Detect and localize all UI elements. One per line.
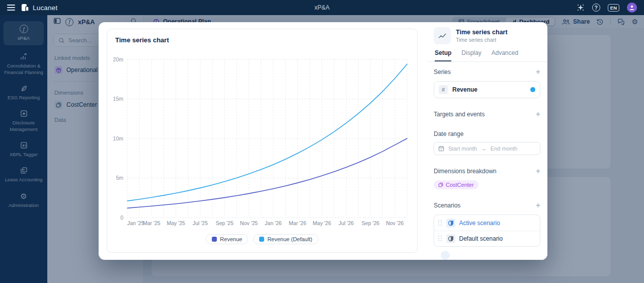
language-badge[interactable]: EN: [608, 4, 619, 12]
inspector-subtitle: Time series chart: [456, 37, 508, 43]
chart-legend: RevenueRevenue (Default): [107, 234, 417, 244]
scenarios-list: Active scenario Default scenario: [434, 215, 540, 247]
inspector-panel: Time series chart Time series chart Setu…: [427, 22, 547, 260]
help-icon[interactable]: ?: [592, 4, 600, 12]
tab-advanced[interactable]: Advanced: [492, 49, 518, 61]
brand: Lucanet: [21, 4, 57, 12]
scenario-row-default[interactable]: Default scenario: [434, 231, 540, 246]
date-range-label: Date range: [434, 130, 540, 137]
legend-item[interactable]: Revenue (Default): [253, 234, 318, 244]
brand-name: Lucanet: [33, 4, 57, 12]
avatar[interactable]: [627, 3, 637, 13]
dimension-chip-costcenter[interactable]: CostCenter: [434, 180, 478, 189]
time-series-chart[interactable]: 05m10m15m20mJan '25Mar '25May '25Jul '25…: [107, 50, 418, 230]
series-line-revenue: [127, 138, 407, 208]
end-month-placeholder: End month: [491, 146, 517, 152]
y-tick-label: 10m: [113, 135, 124, 142]
inspector-tabs: Setup Display Advanced: [427, 48, 547, 62]
top-bar: Lucanet xP&A ? EN: [0, 0, 644, 15]
chart-card: Time series chart 05m10m15m20mJan '25Mar…: [107, 29, 418, 253]
app-title: xP&A: [314, 4, 330, 11]
scenario-icon: [446, 219, 455, 228]
series-color-dot[interactable]: [530, 87, 535, 92]
drag-handle[interactable]: [438, 220, 442, 226]
scenario-row-active[interactable]: Active scenario: [434, 215, 540, 231]
legend-label: Revenue (Default): [267, 236, 312, 242]
legend-swatch: [212, 237, 217, 242]
tab-display[interactable]: Display: [461, 49, 481, 61]
y-tick-label: 0: [120, 215, 123, 221]
menu-icon[interactable]: [7, 5, 15, 11]
lucanet-logo-icon: [21, 4, 29, 12]
drag-handle[interactable]: [438, 236, 442, 242]
x-tick-label: Nov '25: [240, 220, 258, 226]
legend-item[interactable]: Revenue: [206, 234, 248, 244]
x-tick-label: May '26: [313, 220, 332, 226]
arrow-right-icon: →: [481, 146, 487, 152]
y-tick-label: 20m: [113, 56, 124, 62]
x-tick-label: Sep '25: [216, 220, 233, 226]
x-tick-label: Jul '25: [193, 220, 208, 226]
x-tick-label: Jan '25: [127, 220, 144, 226]
ai-sparkle-icon[interactable]: [577, 4, 585, 12]
add-series-button[interactable]: +: [536, 68, 540, 76]
date-range-input[interactable]: Start month → End month: [434, 142, 540, 155]
start-month-placeholder: Start month: [448, 146, 477, 152]
chart-title: Time series chart: [115, 36, 169, 44]
dimensions-breakdown-label: Dimensions breakdown: [434, 168, 497, 175]
series-line-revenue-default-: [127, 64, 407, 201]
y-tick-label: 5m: [116, 175, 123, 181]
targets-label: Targets and events: [434, 111, 485, 118]
x-tick-label: May '25: [167, 220, 185, 226]
series-label: Series: [434, 68, 451, 76]
scenarios-label: Scenarios: [434, 202, 460, 209]
series-row-revenue[interactable]: # Revenue: [434, 81, 540, 98]
legend-label: Revenue: [220, 236, 242, 242]
add-scenario-button[interactable]: +: [536, 201, 540, 209]
x-tick-label: Jul '26: [339, 220, 354, 226]
add-target-button[interactable]: +: [536, 110, 540, 118]
x-tick-label: Sep '26: [362, 220, 379, 226]
calendar-icon: [438, 146, 444, 152]
y-tick-label: 15m: [113, 96, 124, 102]
hash-icon: #: [439, 85, 448, 94]
line-chart-icon: [434, 27, 451, 44]
dimension-cube-icon: [438, 182, 443, 187]
x-tick-label: Mar '25: [143, 220, 160, 226]
x-tick-label: Mar '26: [289, 220, 306, 226]
scenario-icon: [446, 234, 455, 243]
tab-setup[interactable]: Setup: [435, 49, 451, 61]
next-section-icon: [441, 251, 450, 260]
x-tick-label: Jan '26: [265, 220, 282, 226]
add-dimension-button[interactable]: +: [536, 167, 540, 175]
inspector-title: Time series chart: [456, 29, 508, 36]
chart-editor-modal: Time series chart 05m10m15m20mJan '25Mar…: [99, 22, 547, 260]
x-tick-label: Nov '26: [386, 220, 404, 226]
legend-swatch: [259, 237, 264, 242]
